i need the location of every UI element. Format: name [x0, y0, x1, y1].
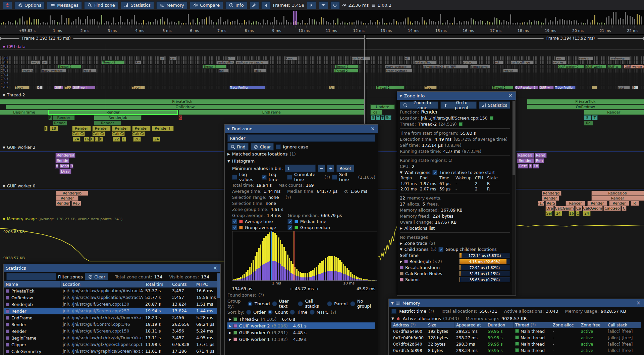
active-allocations-header[interactable]: ▼ Active allocations (3,043) Memory usag…	[389, 315, 644, 322]
compare-button[interactable]: Compare	[190, 1, 223, 9]
zone[interactable]: 16	[569, 211, 574, 216]
expand-icon[interactable]: ▶	[400, 226, 402, 230]
child-zone-row[interactable]: ▶RenderJob(×2)4.16 ms (92.60%)	[400, 258, 510, 264]
relative-time-checkbox[interactable]	[432, 170, 437, 175]
column-header-counts[interactable]: Counts	[170, 281, 194, 287]
zone[interactable]: Rerf	[518, 164, 528, 169]
cpu-zone[interactable]: surfaceflinger	[217, 60, 234, 64]
zone[interactable]: Re	[584, 121, 593, 126]
call-stacks-radio[interactable]	[298, 301, 303, 306]
frames-overview-strip[interactable]	[0, 11, 644, 25]
no-groupi-radio[interactable]	[350, 301, 355, 306]
cpu-zone[interactable]: si	[160, 56, 164, 60]
zone[interactable]: R	[631, 201, 639, 206]
zone[interactable]: 24	[583, 211, 591, 216]
statistics-button[interactable]: Statistics	[121, 1, 154, 9]
allocation-row[interactable]: 0x7dfc53d8988 bytes298.34 ms59.95 sMain …	[391, 347, 641, 354]
clear-filter-button[interactable]: Clear	[85, 273, 108, 280]
find-button[interactable]: Find	[227, 143, 249, 150]
zone[interactable]: Ren	[535, 158, 544, 163]
zone[interactable]: CalcGeome	[554, 206, 575, 211]
power-button[interactable]	[3, 1, 12, 9]
allocation-row[interactable]: 0x7e049b3d00128 bytes298.27 ms59.95 sMai…	[391, 335, 641, 341]
zone[interactable]: T	[381, 115, 385, 120]
alloc-callstack-link[interactable]: [alloc]	[608, 329, 620, 334]
zone[interactable]: PrivateTick	[0, 99, 365, 104]
free-callstack-link[interactable]: [free]	[622, 329, 633, 334]
find-zone-button[interactable]: Find zone	[84, 1, 118, 9]
self-time-checkbox[interactable]	[332, 175, 337, 180]
memory-titlebar[interactable]: ▼ Memory ×	[389, 299, 644, 307]
close-icon[interactable]: ×	[507, 93, 513, 99]
go-to-parent-button[interactable]: Go to parent	[440, 101, 477, 109]
zone[interactable]: T	[592, 115, 597, 120]
collapse-icon[interactable]: ▼	[3, 217, 5, 221]
cpu-zone[interactable]: surfacef	[352, 56, 370, 60]
statistics-row[interactable]: Renderjni/../jni/src/guif/Screen.cpp:150…	[4, 328, 220, 335]
cpu-zone[interactable]: GUIF worl	[72, 86, 95, 89]
zone[interactable]: 24	[73, 137, 80, 142]
zone[interactable]: OnRedraw	[527, 104, 644, 109]
scrollbar-thumb[interactable]	[217, 273, 220, 298]
reset-button[interactable]: Reset	[336, 165, 354, 172]
child-zone-row[interactable]: Submit35.63 us (0.79%)	[400, 276, 510, 282]
restrict-time-checkbox[interactable]	[391, 309, 396, 314]
zone-group-row[interactable]: ▶GUIF worker 1(3,192)4.39 s	[227, 336, 375, 343]
zone[interactable]: CalcGeo	[132, 131, 145, 136]
thread-radio[interactable]	[248, 301, 253, 306]
column-header-total-tim[interactable]: Total tim	[143, 281, 170, 287]
zone[interactable]: -17	[538, 201, 544, 206]
cpu-zone[interactable]: Tracy I	[131, 86, 145, 89]
tools-button[interactable]	[250, 1, 259, 9]
find-zone-titlebar[interactable]: ▼ Find zone ×	[225, 125, 378, 133]
column-header-thread[interactable]: Thread (?)	[514, 322, 551, 328]
find-zone-search-input[interactable]: Render	[227, 134, 375, 142]
zone[interactable]: call	[370, 110, 382, 115]
column-header-size[interactable]: Size	[426, 322, 454, 328]
zone[interactable]: Render	[53, 115, 74, 120]
options-button[interactable]: Options	[14, 1, 45, 9]
column-header-zone-free[interactable]: Zone free	[579, 322, 606, 328]
zone[interactable]: RenderJol	[55, 153, 75, 158]
free-callstack-link[interactable]: [free]	[622, 348, 633, 353]
collapse-icon[interactable]: ▼	[3, 146, 5, 149]
zoom-to-zone-button[interactable]: Zoom to zone	[400, 101, 438, 109]
wait-regions-header[interactable]: ▼ Wait regions Time relative to zone sta…	[400, 169, 510, 175]
free-callstack-link[interactable]: [free]	[622, 336, 633, 340]
user-text-radio[interactable]	[272, 301, 277, 306]
help-icon[interactable]: (?)	[258, 293, 264, 298]
zone[interactable]: RenderJob	[56, 191, 88, 196]
cpu-zone[interactable]: rot_d	[83, 69, 97, 73]
collapse-icon[interactable]: ▼	[3, 184, 5, 188]
expand-icon[interactable]: ▶	[227, 152, 230, 156]
zone[interactable]: 26	[133, 137, 141, 142]
collapse-icon[interactable]: ▼	[227, 159, 230, 163]
help-icon[interactable]: (?)	[331, 310, 336, 315]
cpu-zone[interactable]: tracy_systrace	[385, 65, 412, 69]
histogram-plot[interactable]	[232, 231, 377, 281]
time-radio[interactable]	[290, 310, 295, 315]
cpu-zone[interactable]: Tracy	[64, 86, 71, 89]
decrease-bin-button[interactable]: −	[318, 165, 325, 172]
log-time-checkbox[interactable]	[262, 175, 267, 180]
scrollbar-thumb[interactable]	[513, 101, 515, 175]
cpu-zone[interactable]: sys	[169, 56, 176, 60]
column-header-address[interactable]: Address (?)	[391, 322, 426, 328]
collapse-icon[interactable]: ▼	[400, 171, 402, 174]
help-icon[interactable]: (?)	[428, 309, 434, 314]
free-callstack-link[interactable]: [free]	[622, 342, 633, 347]
cpu-zone[interactable]: Thread-2	[102, 60, 124, 64]
zone[interactable]: C	[122, 137, 126, 142]
cpu-zone[interactable]: GUIF w	[539, 86, 554, 89]
average-time-checkbox[interactable]	[232, 219, 237, 224]
scrollbar[interactable]	[217, 273, 220, 354]
zone[interactable]: RenderJ	[517, 153, 534, 158]
zone[interactable]: Render	[584, 110, 644, 115]
zone[interactable]: 16	[84, 137, 90, 142]
zone-group-row[interactable]: ▶Thread-2(4,105)6.46 s	[227, 316, 375, 322]
cpu-zone[interactable]: composer@	[470, 65, 490, 69]
parent-radio[interactable]	[327, 301, 332, 306]
alloc-callstack-link[interactable]: [alloc]	[608, 336, 620, 340]
zone[interactable]: Render	[56, 201, 70, 206]
cpu-zone[interactable]: rot	[495, 60, 503, 64]
